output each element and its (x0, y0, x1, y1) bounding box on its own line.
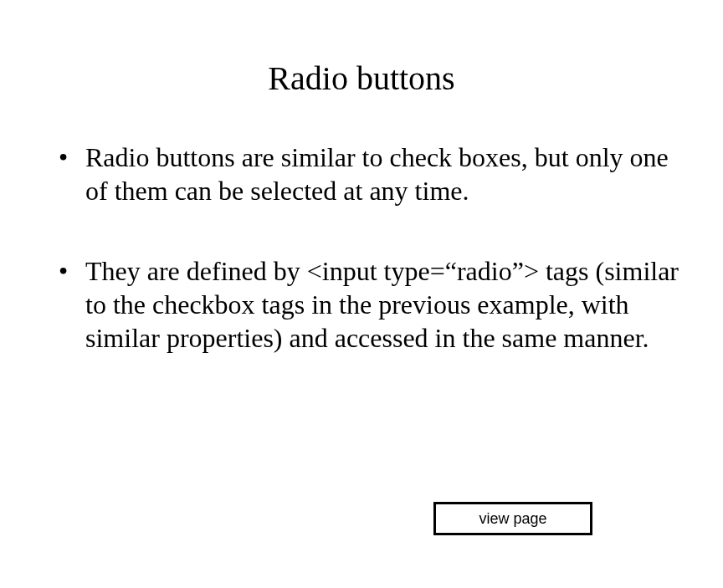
slide-title: Radio buttons (0, 59, 723, 98)
slide-body: Radio buttons are similar to check boxes… (59, 141, 690, 401)
list-item: They are defined by <input type=“radio”>… (59, 254, 690, 355)
slide: Radio buttons Radio buttons are similar … (0, 0, 723, 588)
list-item: Radio buttons are similar to check boxes… (59, 141, 690, 207)
bullet-list: Radio buttons are similar to check boxes… (59, 141, 690, 355)
bullet-text: Radio buttons are similar to check boxes… (85, 142, 669, 206)
view-page-button[interactable]: view page (433, 502, 592, 535)
bullet-text: They are defined by <input type=“radio”>… (85, 256, 679, 353)
